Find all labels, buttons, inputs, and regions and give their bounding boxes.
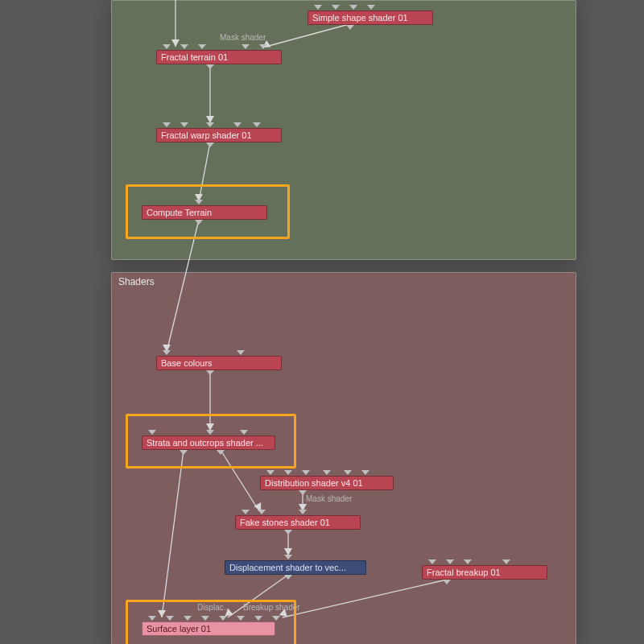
chevron-down-icon xyxy=(242,510,250,514)
chevron-down-icon xyxy=(219,616,227,621)
node-fractal-breakup[interactable]: Fractal breakup 01 xyxy=(422,565,547,580)
chevron-down-icon xyxy=(284,555,292,559)
chevron-down-icon xyxy=(180,44,188,49)
node-compute-terrain[interactable]: Compute Terrain xyxy=(142,205,267,220)
chevron-down-icon xyxy=(195,200,203,204)
chevron-down-icon xyxy=(258,510,266,514)
chevron-down-icon xyxy=(206,64,214,69)
chevron-down-icon xyxy=(206,430,214,435)
chevron-down-icon xyxy=(284,470,292,475)
chevron-down-icon xyxy=(464,559,472,564)
chevron-down-icon xyxy=(344,470,352,475)
port-label-mask-shader-2: Mask shader xyxy=(306,494,352,503)
node-fractal-warp-shader[interactable]: Fractal warp shader 01 xyxy=(156,128,282,142)
chevron-down-icon xyxy=(349,5,357,10)
chevron-down-icon xyxy=(171,39,180,47)
chevron-down-icon xyxy=(206,370,214,375)
chevron-down-icon xyxy=(443,580,451,584)
chevron-down-icon xyxy=(446,559,454,564)
chevron-down-icon xyxy=(180,450,188,455)
chevron-down-icon xyxy=(233,122,242,127)
chevron-down-icon xyxy=(323,470,331,475)
node-fake-stones-shader[interactable]: Fake stones shader 01 xyxy=(235,515,361,530)
chevron-down-icon xyxy=(206,122,214,127)
chevron-down-icon xyxy=(163,44,171,49)
chevron-down-icon xyxy=(163,350,171,355)
chevron-down-icon xyxy=(361,470,369,475)
chevron-down-icon xyxy=(240,430,248,435)
chevron-down-icon xyxy=(198,44,206,49)
chevron-down-icon xyxy=(217,450,225,455)
chevron-down-icon xyxy=(148,430,156,435)
chevron-down-icon xyxy=(242,44,250,49)
chevron-down-icon xyxy=(272,616,280,621)
chevron-down-icon xyxy=(254,616,262,621)
node-displacement-shader-to-vec[interactable]: Displacement shader to vec... xyxy=(225,560,366,575)
chevron-down-icon xyxy=(428,559,436,564)
chevron-down-icon xyxy=(148,616,156,621)
chevron-down-icon xyxy=(180,122,188,127)
chevron-down-icon xyxy=(158,610,166,617)
node-simple-shape-shader[interactable]: Simple shape shader 01 xyxy=(308,10,433,25)
port-label-displac: Displac... xyxy=(197,603,230,612)
group-title-shaders: Shaders xyxy=(118,276,155,287)
chevron-down-icon xyxy=(237,616,245,621)
chevron-down-icon xyxy=(237,350,245,355)
chevron-down-icon xyxy=(502,559,510,564)
port-label-mask-shader: Mask shader xyxy=(220,33,266,42)
chevron-down-icon xyxy=(206,142,214,147)
chevron-down-icon xyxy=(201,616,209,621)
chevron-down-icon xyxy=(284,575,292,580)
chevron-down-icon xyxy=(163,122,171,127)
chevron-down-icon xyxy=(284,530,292,535)
node-distribution-shader-v4[interactable]: Distribution shader v4 01 xyxy=(260,476,394,490)
node-surface-layer[interactable]: Surface layer 01 xyxy=(142,621,275,636)
chevron-down-icon xyxy=(332,5,340,10)
chevron-down-icon xyxy=(367,5,375,10)
chevron-down-icon xyxy=(266,470,275,475)
chevron-down-icon xyxy=(184,616,192,621)
chevron-down-icon xyxy=(253,122,261,127)
port-label-breakup-shader: Breakup shader xyxy=(243,603,300,612)
chevron-down-icon xyxy=(259,44,267,49)
node-base-colours[interactable]: Base colours xyxy=(156,356,282,370)
chevron-down-icon xyxy=(346,25,354,30)
node-strata-outcrops[interactable]: Strata and outcrops shader ... xyxy=(142,436,275,450)
chevron-down-icon xyxy=(302,470,310,475)
chevron-down-icon xyxy=(195,220,203,225)
chevron-down-icon xyxy=(299,510,307,514)
chevron-down-icon xyxy=(314,5,322,10)
group-shaders[interactable]: Shaders xyxy=(111,272,576,644)
chevron-down-icon xyxy=(166,616,174,621)
node-fractal-terrain[interactable]: Fractal terrain 01 xyxy=(156,50,282,64)
